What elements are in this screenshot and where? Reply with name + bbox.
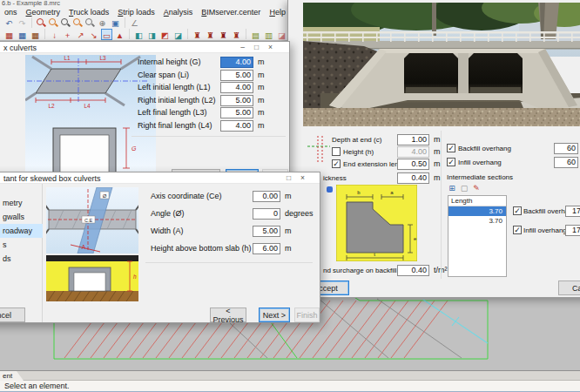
int-backfill-overhang-checkbox[interactable]: ✓ <box>513 206 522 215</box>
backfill-overhang-checkbox[interactable]: ✓ <box>447 144 455 152</box>
width-input[interactable]: 5.00 <box>253 226 280 237</box>
help-icon[interactable] <box>327 186 333 193</box>
dialog-culvert-edit: Depth at end (c) 1.00 m Height (h) 4.00 … <box>287 0 580 298</box>
thickness-label: ickness <box>323 172 347 184</box>
status-message: Select an element. <box>0 381 580 392</box>
dialog-box-culverts: x culverts – □ × <box>0 41 290 187</box>
step-wingwalls[interactable]: gwalls <box>0 210 43 224</box>
view-tab-strip: ent <box>0 371 580 381</box>
svg-text:G: G <box>132 145 137 152</box>
svg-text:L4: L4 <box>84 103 91 109</box>
dialog-skewed-assistant: tant for skewed box culverts □ × metry g… <box>0 172 320 323</box>
assistant-steps-sidebar: metry gwalls roadway s ds <box>0 184 43 322</box>
profile-diagram-fragment <box>307 132 330 167</box>
length-row[interactable]: 3.70 <box>448 216 506 226</box>
infill-overhang-checkbox[interactable]: ✓ <box>447 158 455 166</box>
culvert-photo <box>303 3 580 126</box>
skewed-culvert-diagram: L1 L3 L2 L4 G <box>25 55 156 172</box>
cancel-button[interactable]: Cancel <box>558 280 580 295</box>
svg-text:A: A <box>82 244 86 250</box>
axis-coordinate-input[interactable]: 0.00 <box>253 191 280 202</box>
internal-height-input[interactable]: 4.00 <box>220 57 253 68</box>
dialog1-title: x culverts <box>3 44 37 52</box>
angle-input[interactable]: 0 <box>253 208 280 220</box>
close-icon[interactable]: × <box>264 43 277 52</box>
height-checkbox[interactable] <box>332 147 341 156</box>
depth-at-end-label: Depth at end (c) <box>332 134 381 145</box>
maximize-icon[interactable]: □ <box>250 43 263 52</box>
length-listbox[interactable]: Length 3.70 3.70 <box>448 195 507 277</box>
status-bar: ent Select an element. <box>0 370 580 392</box>
backfill-overhang-input[interactable]: 60 <box>554 143 578 154</box>
edit-section-icon[interactable]: ✎ <box>471 183 482 193</box>
intermediate-sections-label: Intermediate sections <box>447 172 513 183</box>
length-row[interactable]: 3.70 <box>448 206 506 216</box>
left-final-length-input[interactable]: 5.00 <box>220 107 253 118</box>
int-infill-overhang-input[interactable]: 170 <box>565 225 580 236</box>
clear-span-input[interactable]: 5.00 <box>220 70 253 81</box>
svg-text:h: h <box>133 274 137 280</box>
cancel-button[interactable]: Cancel <box>0 308 25 322</box>
dialog2-title: tant for skewed box culverts <box>3 174 101 183</box>
wall-section-diagram: b a e t <box>336 185 417 261</box>
previous-button[interactable]: < Previous <box>210 308 246 322</box>
end-extension-input[interactable]: 0.50 <box>397 159 429 170</box>
int-backfill-overhang-input[interactable]: 170 <box>565 206 580 217</box>
height-label: Height (h) <box>343 146 374 158</box>
next-button[interactable]: Next > <box>259 308 290 322</box>
minimize-icon[interactable]: – <box>236 43 249 52</box>
depth-at-end-input[interactable]: 1.00 <box>397 134 429 145</box>
svg-text:Ø: Ø <box>103 193 107 199</box>
maximize-icon[interactable]: □ <box>282 173 295 183</box>
step-loads[interactable]: ds <box>0 252 43 266</box>
dialog2-titlebar[interactable]: tant for skewed box culverts □ × <box>0 172 320 184</box>
dialog1-titlebar[interactable]: x culverts – □ × <box>0 42 289 53</box>
intermediate-toolbar: ⊞▢✎ <box>447 183 499 193</box>
roadway-plan-diagram: Ø C.E A <box>46 187 138 253</box>
step-roadway[interactable]: roadway <box>0 224 43 238</box>
close-icon[interactable]: × <box>296 173 309 183</box>
int-infill-overhang-checkbox[interactable]: ✓ <box>513 226 522 234</box>
svg-text:L3: L3 <box>99 55 106 61</box>
height-input: 4.00 <box>397 146 429 158</box>
height-above-slab-input[interactable]: 6.00 <box>253 243 280 254</box>
copy-section-icon[interactable]: ▢ <box>459 183 469 193</box>
thickness-input[interactable]: 0.40 <box>397 172 429 184</box>
roadway-section-diagram: h <box>46 255 138 301</box>
svg-text:L2: L2 <box>48 103 55 109</box>
finish-button: Finish <box>294 308 320 322</box>
length-column-header: Length <box>448 196 506 206</box>
surcharge-input[interactable]: 0.40 <box>397 265 429 276</box>
step-soils[interactable]: s <box>0 238 43 252</box>
view-tab[interactable]: ent <box>0 371 24 381</box>
right-initial-length-input[interactable]: 5.00 <box>220 95 253 106</box>
surcharge-label: nd surcharge on backfill <box>323 265 397 276</box>
right-final-length-input[interactable]: 4.00 <box>220 120 253 132</box>
add-section-icon[interactable]: ⊞ <box>447 183 457 193</box>
left-initial-length-input[interactable]: 4.00 <box>220 82 253 93</box>
svg-text:L1: L1 <box>64 55 71 61</box>
application-window: 6.b - Example 8.mrc ons Geometry Truck l… <box>0 0 580 392</box>
infill-overhang-input[interactable]: 60 <box>554 157 578 168</box>
svg-text:C.E: C.E <box>84 218 93 223</box>
end-extension-checkbox[interactable]: ✓ <box>332 159 341 168</box>
step-geometry[interactable]: metry <box>0 196 43 210</box>
